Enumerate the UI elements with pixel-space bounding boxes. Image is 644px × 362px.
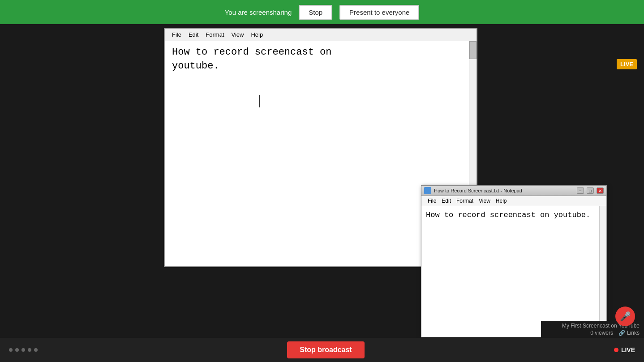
live-badge-top: LIVE xyxy=(617,59,637,69)
live-label: LIVE xyxy=(621,346,635,353)
notepad-large-text: How to record screencast on youtube. xyxy=(172,46,469,73)
bottom-left-section xyxy=(9,348,38,352)
mic-mute-button[interactable]: 🎤 xyxy=(615,307,635,326)
dot-5 xyxy=(34,348,38,352)
main-area: LIVE File Edit Format View Help How to r… xyxy=(0,24,644,362)
notepad-large-menu-format[interactable]: Format xyxy=(202,30,228,39)
notepad-large-menu-help[interactable]: Help xyxy=(247,30,266,39)
screenshare-bar: You are screensharing Stop Present to ev… xyxy=(0,0,644,24)
live-dot xyxy=(614,348,618,352)
dot-4 xyxy=(28,348,31,352)
bottom-right-section: LIVE xyxy=(614,346,635,353)
link-icon: 🔗 xyxy=(618,330,625,336)
notepad-large-menu-view[interactable]: View xyxy=(228,30,248,39)
present-to-everyone-button[interactable]: Present to everyone xyxy=(339,5,419,20)
dot-1 xyxy=(9,348,13,352)
stop-broadcast-button[interactable]: Stop broadcast xyxy=(287,341,364,358)
notepad-small-menubar: File Edit Format View Help xyxy=(421,196,606,206)
notepad-close-button[interactable]: ✕ xyxy=(597,187,604,194)
dot-2 xyxy=(15,348,19,352)
notepad-small-app-icon xyxy=(424,187,431,194)
dot-indicators xyxy=(9,348,38,352)
text-cursor xyxy=(259,95,260,107)
viewer-count: 0 viewers xyxy=(590,330,613,336)
notepad-small-content: How to record screencast on youtube. xyxy=(421,206,606,337)
notepad-small-menu-help[interactable]: Help xyxy=(493,197,510,205)
screenshare-message: You are screensharing xyxy=(225,9,292,16)
bottom-bar: Stop broadcast LIVE xyxy=(0,338,644,362)
bottom-center-section: Stop broadcast xyxy=(38,341,614,358)
notepad-large-menubar: File Edit Format View Help xyxy=(165,29,477,41)
dot-3 xyxy=(21,348,25,352)
notepad-small-text: How to record screencast on youtube. xyxy=(426,210,602,221)
notepad-minimize-button[interactable]: − xyxy=(577,187,584,194)
notepad-maximize-button[interactable]: □ xyxy=(587,187,594,194)
notepad-small-menu-view[interactable]: View xyxy=(476,197,493,205)
notepad-small-menu-format[interactable]: Format xyxy=(454,197,476,205)
stop-button[interactable]: Stop xyxy=(299,5,332,20)
notepad-small-menu-edit[interactable]: Edit xyxy=(439,197,454,205)
notepad-large-menu-file[interactable]: File xyxy=(168,30,185,39)
notepad-small-menu-file[interactable]: File xyxy=(425,197,439,205)
youtube-stats: 0 viewers 🔗 Links xyxy=(545,330,640,336)
notepad-large-menu-edit[interactable]: Edit xyxy=(185,30,202,39)
mic-muted-icon: 🎤 xyxy=(620,311,631,322)
scrollbar-thumb[interactable] xyxy=(469,41,477,59)
notepad-small-title: How to Record Screencast.txt - Notepad xyxy=(434,188,574,193)
live-indicator: LIVE xyxy=(614,346,635,353)
notepad-small-titlebar: How to Record Screencast.txt - Notepad −… xyxy=(421,186,606,196)
links-label: 🔗 Links xyxy=(618,330,640,336)
notepad-small-window: How to Record Screencast.txt - Notepad −… xyxy=(421,185,607,337)
notepad-small-scrollbar[interactable] xyxy=(599,206,606,337)
